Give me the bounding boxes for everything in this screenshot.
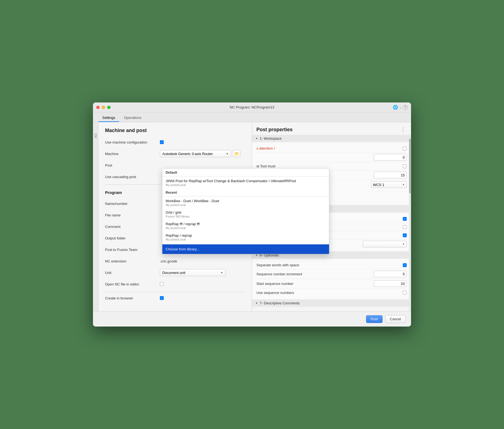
- prop-row-start-seq: Start sequence number: [256, 279, 407, 288]
- tool-must-checkbox[interactable]: [403, 164, 407, 168]
- use-cascading-label: Use cascading post: [105, 175, 160, 179]
- seq-increment-input[interactable]: [374, 271, 407, 277]
- open-nc-label: Open NC file in editor: [105, 282, 160, 286]
- post-properties-title: Post properties: [256, 127, 293, 133]
- dropdown-divider-1: [162, 176, 329, 176]
- nc-extension-label: NC extension: [105, 259, 160, 263]
- recent-item-0[interactable]: WorkBee - Duet / WorkBee - Duet My posts…: [162, 197, 329, 208]
- wcs-dropdown[interactable]: WCS 1 ▼: [371, 181, 407, 188]
- close-button[interactable]: [96, 106, 100, 109]
- tab-operations[interactable]: Operations: [120, 114, 145, 122]
- use-seq-label: Use sequence numbers: [256, 291, 403, 295]
- chevron-down-icon[interactable]: ⌄: [399, 105, 402, 109]
- tabs-bar: Settings Operations: [93, 112, 411, 122]
- recent-item-2-subtitle: My posts/Local: [166, 226, 326, 230]
- 6k-input[interactable]: [374, 172, 407, 178]
- wcs-value: WCS 1: [373, 183, 384, 187]
- dropdown-divider-2: [162, 196, 329, 196]
- more-options-button[interactable]: ⋮: [400, 127, 407, 133]
- recent-item-2[interactable]: RepRap fff / reprap fff My posts/Local: [162, 220, 329, 231]
- workspace-section-name: 1- Workspace: [260, 136, 282, 141]
- default-section-label: Default: [162, 168, 329, 176]
- seq-increment-label: Sequence number increment: [256, 272, 374, 276]
- machine-folder-button[interactable]: 📁: [233, 150, 240, 157]
- recent-section-label: Recent: [162, 188, 329, 196]
- help-icon[interactable]: ?: [403, 105, 408, 110]
- bottom-bar: Post Cancel: [93, 311, 411, 327]
- dust-checkbox[interactable]: [403, 225, 407, 229]
- recent-item-3-title: RepRap / reprap: [166, 233, 326, 238]
- separate-words-label: Separate words with space: [256, 263, 403, 267]
- use-machine-config-checkbox[interactable]: [160, 140, 164, 144]
- post-dropdown-overlay: Default JINNI Post for RepRap w/Tool Cha…: [162, 168, 329, 254]
- tool-must-label: st Tool must: [256, 164, 403, 168]
- unit-label: Unit: [105, 271, 160, 275]
- workspace-chevron-icon: ▼: [255, 137, 258, 140]
- globe-icon[interactable]: 🌐: [393, 105, 398, 110]
- cancel-button[interactable]: Cancel: [385, 315, 406, 323]
- recent-item-1-title: Grbl / grbl: [166, 210, 326, 214]
- recent-item-0-subtitle: My posts/Local: [166, 203, 326, 207]
- open-nc-checkbox[interactable]: [160, 282, 164, 286]
- machine-value: Autodesk Generic 3-axis Router: [162, 152, 213, 156]
- left-edge: AD: [93, 122, 98, 311]
- post-button[interactable]: Post: [366, 315, 383, 323]
- separate-words-checkbox[interactable]: [403, 263, 407, 267]
- section-descriptive-header[interactable]: ▼ 7- Descriptive Comments: [252, 299, 411, 307]
- post-label: Post: [105, 163, 160, 167]
- use-machine-config-label: Use machine configuration: [105, 140, 160, 144]
- recent-item-3-subtitle: My posts/Local: [166, 238, 326, 241]
- prop-row-use-seq: Use sequence numbers: [256, 288, 407, 297]
- section-descriptive: ▼ 7- Descriptive Comments: [252, 299, 411, 307]
- machine-dropdown-arrow: ▼: [226, 152, 229, 155]
- comment-label: Comment: [105, 225, 160, 229]
- machine-row: Machine Autodesk Generic 3-axis Router ▼…: [105, 150, 245, 158]
- folder-icon: 📁: [234, 151, 239, 156]
- window-title: NC Program: NCProgram13: [230, 105, 274, 109]
- section-machine-post-title: Machine and post: [105, 128, 245, 133]
- machine-dropdown[interactable]: Autodesk Generic 3-axis Router ▼: [160, 150, 231, 157]
- default-post-title: JINNI Post for RepRap w/Tool Change & Ba…: [166, 179, 326, 183]
- start-seq-label: Start sequence number: [256, 282, 374, 286]
- rigid-tapping-arrow: ▼: [402, 243, 405, 245]
- wcs-dropdown-arrow: ▼: [402, 183, 405, 186]
- use-seq-checkbox[interactable]: [403, 291, 407, 294]
- unit-value: Document unit: [162, 271, 185, 275]
- output-folder-label: Output folder: [105, 236, 160, 240]
- open-nc-row: Open NC file in editor: [105, 280, 245, 288]
- section-program-title: Program: [105, 190, 160, 195]
- start-seq-input[interactable]: [374, 280, 407, 287]
- attention-label: s attention r: [256, 146, 403, 150]
- default-post-item[interactable]: JINNI Post for RepRap w/Tool Change & Ba…: [162, 177, 329, 188]
- post-row: Post: [105, 161, 245, 169]
- radius-arcs-checkbox[interactable]: [403, 233, 407, 237]
- recent-item-1[interactable]: Grbl / grbl Fusion 360 library: [162, 208, 329, 220]
- unit-dropdown[interactable]: Document unit ▼: [160, 269, 226, 276]
- rigid-tapping-dropdown[interactable]: ▼: [363, 241, 407, 247]
- recent-item-0-title: WorkBee - Duet / WorkBee - Duet: [166, 199, 326, 203]
- tab-settings[interactable]: Settings: [98, 114, 119, 122]
- machine-label: Machine: [105, 152, 160, 156]
- minimize-button[interactable]: [102, 106, 105, 109]
- scrollbar-thumb[interactable]: [409, 139, 411, 193]
- fullscreen-button[interactable]: [107, 106, 111, 109]
- create-browser-checkbox[interactable]: [160, 296, 164, 300]
- prop-row-seq-increment: Sequence number increment: [256, 269, 407, 279]
- name-number-label: Name/number: [105, 202, 160, 206]
- dropdown-divider-3: [162, 244, 329, 244]
- choose-library-label: Choose from library...: [166, 247, 326, 251]
- unit-row: Unit Document unit ▼: [105, 269, 245, 276]
- recent-item-3[interactable]: RepRap / reprap My posts/Local: [162, 231, 329, 243]
- main-window: NC Program: NCProgram13 🌐 ⌄ ? Settings O…: [93, 102, 411, 327]
- scrollbar-track[interactable]: [409, 136, 411, 311]
- nc-extension-value: .cnc.gcode: [160, 259, 177, 263]
- attention-checkbox[interactable]: [403, 147, 407, 150]
- choose-library-item[interactable]: Choose from library...: [162, 244, 329, 254]
- nc-extension-row: NC extension .cnc.gcode: [105, 257, 245, 265]
- zero-input[interactable]: [374, 154, 407, 161]
- default-post-subtitle: My posts/Local: [166, 183, 326, 187]
- unit-dropdown-arrow: ▼: [220, 271, 223, 274]
- section-workspace-header[interactable]: ▼ 1- Workspace: [252, 135, 411, 142]
- left-panel: Machine and post Use machine configurati…: [98, 122, 252, 311]
- dwell-checkbox[interactable]: [403, 217, 407, 221]
